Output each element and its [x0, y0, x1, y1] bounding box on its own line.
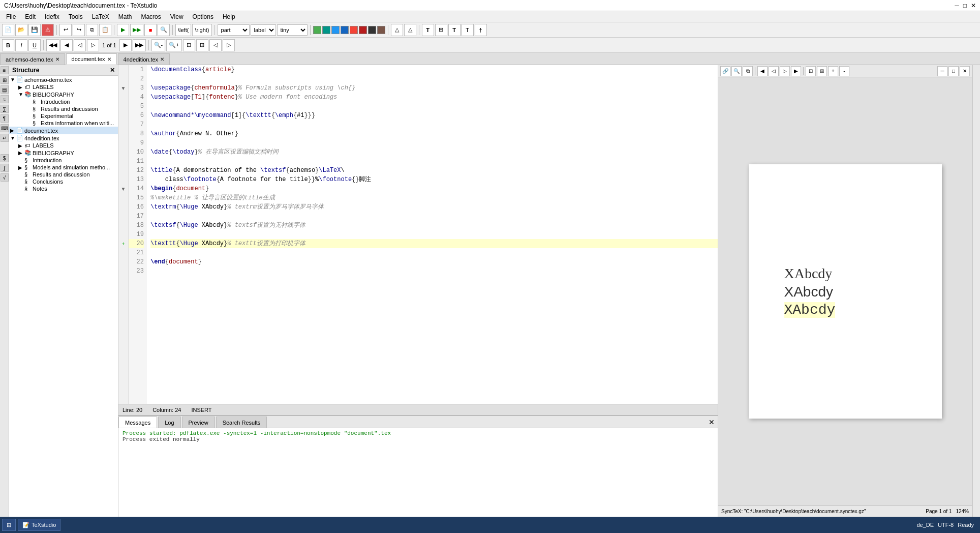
text-t4-btn[interactable]: T: [462, 24, 474, 36]
menu-file[interactable]: File: [2, 12, 20, 21]
nav-btn2[interactable]: ▷: [87, 39, 99, 51]
zoom-out-btn[interactable]: 🔍-: [151, 39, 166, 51]
prev-btn[interactable]: ◀: [60, 39, 73, 51]
tree-biblio1[interactable]: ▼ 📚 BIBLIOGRAPHY: [9, 91, 118, 98]
next-btn[interactable]: ▶: [119, 39, 132, 51]
save-btn[interactable]: 💾: [28, 24, 41, 36]
preview-zoom-in[interactable]: +: [828, 66, 838, 76]
tab-4nded[interactable]: 4ndedition.tex ✕: [118, 53, 170, 65]
bottom-close-btn[interactable]: ✕: [706, 417, 718, 428]
color-green-btn[interactable]: [313, 26, 321, 34]
tab-document-close[interactable]: ✕: [107, 56, 111, 62]
left-icon-8[interactable]: ↵: [1, 134, 9, 142]
tree-labels1[interactable]: ▶ 🏷 LABELS: [9, 83, 118, 91]
color-dark-btn[interactable]: [368, 26, 376, 34]
part-select[interactable]: partchaptersection: [218, 24, 250, 36]
menu-options[interactable]: Options: [189, 12, 218, 21]
menu-view[interactable]: View: [166, 12, 188, 21]
build-btn[interactable]: ▶: [117, 24, 129, 36]
tree-achemso-root[interactable]: ▼ 📄 achemso-demo.tex: [9, 76, 118, 83]
color-blue-btn[interactable]: [331, 26, 340, 34]
left-delim-btn[interactable]: \left(: [175, 24, 191, 36]
undo-btn[interactable]: ↩: [59, 24, 72, 36]
bottom-tab-log[interactable]: Log: [158, 417, 180, 428]
left-icon-2[interactable]: ⊞: [1, 76, 9, 84]
color-teal-btn[interactable]: [322, 26, 330, 34]
text-t5-btn[interactable]: †: [475, 24, 487, 36]
tree-conclusions[interactable]: § Conclusions: [9, 178, 118, 185]
tree-intro2[interactable]: § Introduction: [9, 157, 118, 164]
zoom-in-btn[interactable]: 🔍+: [166, 39, 181, 51]
triangle2-btn[interactable]: △: [404, 24, 416, 36]
text-t1-btn[interactable]: T: [422, 24, 434, 36]
redo-btn[interactable]: ↪: [73, 24, 85, 36]
margin-fold-14[interactable]: ▼: [118, 184, 128, 193]
color-red2-btn[interactable]: [359, 26, 367, 34]
preview-copy-btn[interactable]: ⧉: [743, 66, 753, 76]
tree-exp1[interactable]: § Experimental: [9, 112, 118, 120]
preview-nav-back[interactable]: ◁: [769, 66, 779, 76]
right-delim-btn[interactable]: \right): [192, 24, 211, 36]
editor-content[interactable]: ▼ ▼ +: [118, 65, 718, 404]
left-icon-10[interactable]: ∫: [1, 164, 9, 172]
tree-rad2[interactable]: § Results and discussion: [9, 171, 118, 178]
tree-notes[interactable]: § Notes: [9, 185, 118, 192]
left-icon-11[interactable]: √: [1, 173, 9, 182]
tree-document-root[interactable]: ▶ 📄 document.tex: [9, 127, 118, 134]
start-btn[interactable]: ⊞: [2, 519, 16, 531]
stop-btn[interactable]: ■: [144, 24, 157, 36]
preview-zoom-fit1[interactable]: ⊡: [806, 66, 816, 76]
left-icon-9[interactable]: $: [1, 154, 9, 162]
bold-btn[interactable]: B: [2, 39, 14, 51]
open-file-btn[interactable]: 📂: [15, 24, 27, 36]
next-page-btn[interactable]: ▶▶: [133, 39, 146, 51]
taskbar-texstudio[interactable]: 📝 TeXstudio: [18, 519, 60, 531]
menu-tools[interactable]: Tools: [65, 12, 87, 21]
left-icon-5[interactable]: ∑: [1, 105, 9, 113]
tree-intro1[interactable]: § Introduction: [9, 98, 118, 105]
preview-minimize-btn[interactable]: ─: [937, 66, 947, 76]
new-file-btn[interactable]: 📄: [2, 24, 14, 36]
color-navy-btn[interactable]: [341, 26, 349, 34]
search-btn[interactable]: 🔍: [158, 24, 170, 36]
size-select[interactable]: tinysmallnormallarge: [277, 24, 308, 36]
preview-zoom-fit2[interactable]: ⊞: [817, 66, 827, 76]
preview-next-btn[interactable]: ▶: [791, 66, 801, 76]
preview-prev-btn[interactable]: ◀: [757, 66, 768, 76]
preview-nav2[interactable]: ▷: [223, 39, 235, 51]
text-t2-btn[interactable]: ⊞: [435, 24, 447, 36]
left-icon-4[interactable]: ≈: [1, 95, 9, 103]
preview-nav1[interactable]: ◁: [209, 39, 222, 51]
fit-page-btn[interactable]: ⊞: [196, 39, 208, 51]
tree-labels2[interactable]: ▶ 🏷 LABELS: [9, 142, 118, 149]
left-icon-7[interactable]: ⌨: [1, 124, 9, 132]
tab-document[interactable]: document.tex ✕: [66, 53, 117, 65]
bottom-tab-search[interactable]: Search Results: [216, 417, 267, 428]
paste-btn[interactable]: 📋: [99, 24, 111, 36]
menu-help[interactable]: Help: [219, 12, 239, 21]
left-icon-1[interactable]: ≡: [1, 66, 9, 74]
tab-4nded-close[interactable]: ✕: [160, 56, 164, 62]
preview-search-btn[interactable]: 🔍: [731, 66, 742, 76]
menu-idefix[interactable]: Idefix: [41, 12, 64, 21]
copy-btn[interactable]: ⧉: [86, 24, 98, 36]
preview-close-btn[interactable]: ✕: [960, 66, 970, 76]
preview-zoom-out[interactable]: -: [839, 66, 849, 76]
bottom-tab-messages[interactable]: Messages: [118, 417, 157, 428]
tree-rad1[interactable]: § Results and discussion: [9, 105, 118, 112]
tree-models[interactable]: ▶ § Models and simulation metho...: [9, 164, 118, 171]
nav-btn1[interactable]: ◁: [74, 39, 86, 51]
tree-extra1[interactable]: § Extra information when writi...: [9, 120, 118, 127]
tree-4nded-root[interactable]: ▼ 📄 4ndedition.tex: [9, 134, 118, 142]
preview-maximize-btn[interactable]: □: [948, 66, 959, 76]
menu-macros[interactable]: Macros: [137, 12, 165, 21]
minimize-btn[interactable]: ─: [955, 2, 959, 9]
menu-edit[interactable]: Edit: [21, 12, 40, 21]
preview-synctex-btn[interactable]: 🔗: [720, 66, 730, 76]
fit-width-btn[interactable]: ⊡: [183, 39, 195, 51]
menu-latex[interactable]: LaTeX: [88, 12, 113, 21]
margin-fold-1[interactable]: ▼: [118, 83, 128, 93]
maximize-btn[interactable]: □: [963, 2, 967, 9]
triangle1-btn[interactable]: △: [391, 24, 403, 36]
menu-math[interactable]: Math: [114, 12, 136, 21]
